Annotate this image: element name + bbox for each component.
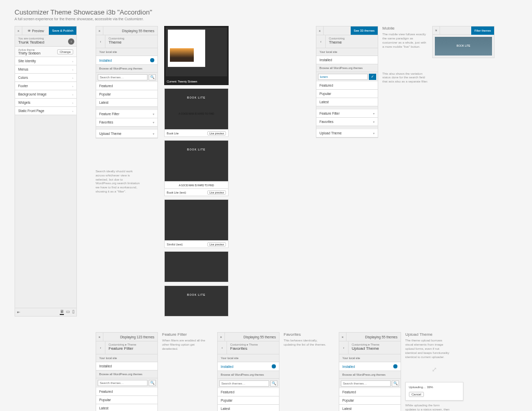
theme-card[interactable]: Simiful (test)Live preview: [164, 199, 229, 248]
filter-themes-button[interactable]: Filter themes: [471, 26, 494, 35]
theme-grid: Current: Twenty Sixteen BOOK LITEA GOOD …: [162, 26, 297, 317]
filter-installed[interactable]: Installed: [218, 362, 279, 371]
back-button[interactable]: ‹: [218, 341, 227, 354]
search-input[interactable]: [341, 380, 391, 387]
section-static-front[interactable]: Static Front Page›: [15, 107, 76, 115]
filter-featured[interactable]: Featured: [96, 82, 157, 90]
filter-installed[interactable]: Installed: [96, 56, 157, 65]
upload-theme[interactable]: Upload Theme▾: [316, 129, 378, 138]
active-theme-name: Thirty Sixteen: [18, 51, 41, 55]
section-widgets[interactable]: Widgets›: [15, 99, 76, 107]
arrow-icon: ⤢: [405, 359, 463, 380]
save-publish-button[interactable]: Save & Publish: [49, 26, 76, 35]
close-icon[interactable]: ×: [96, 333, 103, 341]
mobile-preview-card: × Filter themes BOOK LITE: [432, 26, 495, 58]
section-bg-image[interactable]: Background Image›: [15, 90, 76, 99]
close-icon[interactable]: ×: [218, 333, 225, 341]
device-mobile-icon[interactable]: ▯: [72, 309, 74, 315]
theme-name: Simiful (test): [167, 243, 183, 246]
section-site-identity[interactable]: Site Identity›: [15, 57, 76, 65]
theme-count: Displaying 55 themes: [103, 26, 157, 35]
search-icon[interactable]: 🔍: [149, 380, 156, 386]
search-active-icon[interactable]: ✓: [369, 74, 376, 80]
filter-installed[interactable]: Installed: [96, 362, 157, 371]
live-preview-button[interactable]: Live preview: [207, 190, 226, 195]
theme-name: Book Lite (test): [167, 191, 186, 194]
favorites[interactable]: Favorites▾: [316, 118, 378, 126]
section-footer[interactable]: Footer›: [15, 82, 76, 90]
mobile-annotation: Mobile The mobile view follows exactly t…: [382, 26, 428, 84]
panel-root: × 👁Preview Save & Publish You are custom…: [15, 26, 77, 317]
see-themes-button[interactable]: See 33 themes: [351, 26, 378, 35]
theme-card[interactable]: [164, 251, 229, 282]
active-dot-icon: [150, 58, 154, 62]
theme-name: Book Lite: [167, 132, 179, 135]
filter-installed[interactable]: Installed: [316, 56, 378, 64]
close-icon[interactable]: ×: [339, 333, 347, 341]
filter-popular[interactable]: Popular: [316, 90, 378, 98]
close-icon[interactable]: ×: [316, 26, 324, 35]
change-theme-button[interactable]: Change: [57, 49, 73, 54]
device-desktop-icon[interactable]: 🖥: [60, 309, 64, 315]
collapse-icon[interactable]: ⇤: [17, 310, 20, 314]
search-icon[interactable]: 🔍: [270, 380, 277, 387]
panel-upload: ×Displaying 55 themes ‹Customizing ▸ The…: [339, 332, 401, 411]
search-input[interactable]: [98, 74, 148, 80]
panel-theme: × Displaying 55 themes ‹ Customizing The…: [96, 26, 158, 139]
close-icon[interactable]: ×: [15, 26, 22, 35]
back-button[interactable]: ‹: [316, 35, 326, 48]
back-button[interactable]: ‹: [96, 35, 105, 48]
theme-name: Current: Twenty Sixteen: [167, 80, 197, 83]
filter-popular[interactable]: Popular: [96, 90, 157, 99]
upload-note: Upload ThemeThe theme upload borrows vis…: [405, 332, 451, 359]
upload-progress-text: Uploading… 33%: [409, 386, 460, 389]
feature-filter[interactable]: Feature Filter▾: [316, 109, 378, 118]
back-button[interactable]: ‹: [96, 341, 105, 354]
theme-card[interactable]: BOOK LITE A GOOD MAN IS HARD TO FIND Boo…: [164, 140, 229, 196]
filter-featured[interactable]: Featured: [316, 81, 378, 90]
chevron-right-icon: ›: [72, 60, 73, 63]
search-input[interactable]: [98, 380, 148, 386]
search-note: Search ideally should work across whiche…: [96, 170, 141, 194]
site-title: Trunk Testbed: [18, 40, 65, 45]
theme-card-current[interactable]: Current: Twenty Sixteen: [164, 26, 229, 85]
upload-theme[interactable]: Upload Theme▾: [96, 130, 157, 138]
close-icon[interactable]: ×: [96, 26, 103, 35]
live-preview-button[interactable]: Live preview: [207, 242, 226, 246]
filter-latest[interactable]: Latest: [96, 99, 157, 107]
panel-title: Theme: [109, 40, 154, 45]
feature-filter-note: Feature FilterWhen filters are enabled a…: [162, 332, 208, 351]
browse-header: Browse all WordPress.org themes: [96, 65, 157, 73]
preview-toggle[interactable]: 👁Preview: [22, 26, 49, 35]
eye-icon: 👁: [28, 29, 31, 33]
search-icon[interactable]: 🔍: [392, 380, 399, 387]
feature-filter[interactable]: Feature Filter▾: [96, 110, 157, 118]
local-header: Your local site: [96, 48, 157, 56]
section-menus[interactable]: Menus›: [15, 65, 76, 74]
panel-theme-search: × See 33 themes ‹ CustomizingTheme Your …: [316, 26, 378, 138]
page-subtitle: A full screen experience for the theme s…: [15, 17, 517, 21]
panel-feature-filter: ×Displaying 123 themes ‹Customizing ▸ Th…: [96, 332, 158, 411]
filter-latest[interactable]: Latest: [316, 98, 378, 106]
panel-favorites: ×Displaying 55 themes ‹Customizing ▸ The…: [217, 332, 280, 411]
close-icon[interactable]: ×: [433, 26, 440, 35]
section-colors[interactable]: Colors›: [15, 74, 76, 82]
search-icon[interactable]: 🔍: [149, 74, 156, 80]
favorites[interactable]: Favorites▾: [96, 118, 157, 127]
theme-card[interactable]: BOOK LITE: [164, 285, 229, 317]
device-tablet-icon[interactable]: ▭: [66, 309, 70, 315]
cancel-upload-button[interactable]: Cancel: [409, 392, 424, 397]
page-title: Customizer Theme Showcase i3b "Accordion…: [15, 8, 517, 16]
back-button[interactable]: ‹: [339, 341, 349, 354]
info-icon[interactable]: i: [68, 38, 74, 45]
live-preview-button[interactable]: Live preview: [207, 131, 226, 135]
search-input[interactable]: [318, 74, 368, 80]
upload-note-2: While uploading the form updates to a st…: [405, 404, 451, 411]
upload-progress-popup: Uploading… 33% Cancel: [405, 382, 463, 401]
favorites-note: FavoritesThis behaves identically, updat…: [284, 332, 329, 347]
search-input[interactable]: [219, 380, 269, 387]
filter-installed[interactable]: Installed: [339, 362, 401, 371]
theme-card[interactable]: BOOK LITEA GOOD MAN IS HARD TO FIND Book…: [164, 88, 229, 137]
